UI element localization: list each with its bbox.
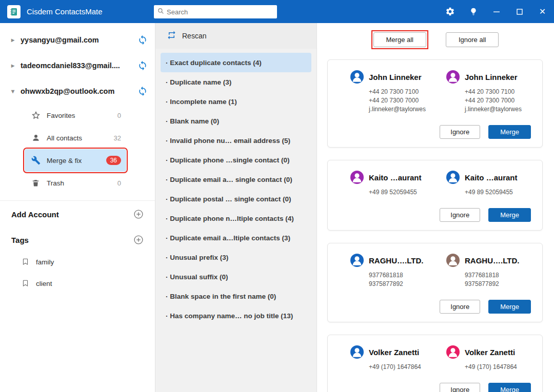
person-details: +49 89 52059455: [369, 188, 435, 197]
sync-icon[interactable]: [137, 60, 148, 71]
person-details: +44 20 7300 7100 +44 20 7300 7000 j.linn…: [369, 88, 435, 114]
category-duplicate-name[interactable]: · Duplicate name (3): [161, 72, 311, 92]
chevron-right-icon[interactable]: ▸: [11, 62, 21, 69]
person-details: +49 (170) 1647864: [465, 363, 531, 372]
category-company-name-no-job-title[interactable]: · Has company name… no job title (13): [161, 306, 311, 325]
close-button[interactable]: ✕: [531, 0, 554, 23]
category-duplicate-postal-single[interactable]: · Duplicate postal … single contact (0): [161, 189, 311, 209]
merge-fix-badge: 36: [106, 156, 121, 165]
tag-item-family[interactable]: family: [0, 251, 155, 273]
app-title: Cisdem ContactsMate: [27, 7, 103, 16]
category-blank-name[interactable]: · Blank name (0): [161, 111, 311, 131]
account-label: ohwwxb2qp@outlook.com: [21, 87, 114, 95]
sync-icon[interactable]: [137, 86, 148, 96]
person-name: RAGHU….LTD.: [465, 256, 519, 265]
ignore-button[interactable]: Ignore: [440, 208, 480, 222]
star-icon: [31, 111, 41, 120]
sidebar-item-trash[interactable]: Trash 0: [25, 172, 126, 194]
person-details: +44 20 7300 7100 +44 20 7300 7000 j.linn…: [465, 88, 531, 114]
merge-button[interactable]: Merge: [488, 300, 531, 314]
avatar: [350, 171, 364, 184]
trash-icon: [31, 178, 41, 188]
sidebar-item-label: All contacts: [47, 134, 82, 142]
duplicate-card: Volker Zanetti +49 (170) 1647864 Volker …: [327, 335, 543, 392]
sidebar-item-favorites[interactable]: Favorites 0: [25, 104, 126, 127]
app-window: Cisdem ContactsMate ✕: [0, 0, 554, 392]
sidebar-item-all-contacts[interactable]: All contacts 32: [25, 127, 126, 149]
category-blank-space-first-name[interactable]: · Blank space in the first name (0): [161, 286, 311, 306]
duplicate-card: Kaito …aurant +49 89 52059455 Kaito …aur…: [327, 160, 543, 231]
account-label: yysangyu@gmail.com: [21, 36, 99, 44]
person-name: Kaito …aurant: [465, 173, 518, 182]
duplicate-card: John Linneker +44 20 7300 7100 +44 20 73…: [327, 59, 543, 148]
contacts-icon: [31, 133, 41, 143]
sidebar-item-merge-fix[interactable]: Merge & fix 36: [25, 149, 126, 172]
bulk-actions: Merge all Ignore all: [327, 30, 543, 49]
search-icon: [157, 7, 164, 16]
ignore-all-button[interactable]: Ignore all: [446, 32, 499, 47]
account-row-tadeomcdaniel[interactable]: ▸ tadeomcdaniel833@gmail....: [0, 53, 155, 78]
app-icon: [7, 5, 21, 18]
sidebar-item-label: Favorites: [47, 112, 75, 119]
settings-gear-icon[interactable]: [439, 0, 462, 23]
item-count: 32: [114, 134, 121, 142]
maximize-button[interactable]: [508, 0, 531, 23]
category-duplicate-phone-multiple[interactable]: · Duplicate phone n…ltiple contacts (4): [161, 209, 311, 228]
search-input[interactable]: [167, 8, 273, 16]
person-name: RAGHU….LTD.: [369, 256, 423, 265]
category-duplicate-email-multiple[interactable]: · Duplicate email a…ltiple contacts (3): [161, 228, 311, 247]
category-unusual-prefix[interactable]: · Unusual prefix (3): [161, 247, 311, 267]
duplicate-card: RAGHU….LTD. 9377681818 9375877892 RAG: [327, 243, 543, 322]
chevron-right-icon[interactable]: ▸: [11, 36, 21, 44]
minimize-button[interactable]: [485, 0, 508, 23]
tag-item-client[interactable]: client: [0, 273, 155, 294]
tag-icon: [22, 279, 30, 287]
category-invalid-phone-email[interactable]: · Invalid phone nu… email address (5): [161, 131, 311, 150]
merge-button[interactable]: Merge: [488, 383, 531, 392]
wrench-icon: [31, 156, 41, 166]
merge-button[interactable]: Merge: [488, 208, 531, 222]
duplicates-panel: Rescan · Exact duplicate contacts (4) · …: [155, 23, 317, 392]
merge-button[interactable]: Merge: [488, 125, 531, 139]
tag-label: family: [36, 258, 54, 266]
search-box[interactable]: [154, 5, 277, 18]
person-name: John Linneker: [465, 73, 518, 81]
chevron-down-icon[interactable]: ▾: [11, 88, 21, 95]
tags-header: Tags: [0, 229, 155, 251]
rescan-button[interactable]: Rescan: [155, 23, 316, 49]
sidebar-item-label: Merge & fix: [47, 157, 82, 164]
annotation-box: Merge all: [371, 30, 428, 49]
ignore-button[interactable]: Ignore: [440, 383, 480, 392]
add-account-button[interactable]: Add Account: [0, 203, 155, 225]
category-incomplete-name[interactable]: · Incomplete name (1): [161, 92, 311, 111]
avatar: [446, 254, 460, 267]
item-count: 0: [117, 112, 121, 119]
merge-all-button[interactable]: Merge all: [373, 32, 426, 47]
sidebar-item-label: Trash: [47, 179, 64, 187]
person-name: Kaito …aurant: [369, 173, 422, 182]
ignore-button[interactable]: Ignore: [440, 300, 480, 314]
person-name: John Linneker: [369, 73, 422, 81]
divider: [0, 200, 155, 201]
category-exact-duplicate-contacts[interactable]: · Exact duplicate contacts (4): [161, 53, 311, 72]
category-duplicate-email-single[interactable]: · Duplicate email a… single contact (0): [161, 170, 311, 189]
person-details: 9377681818 9375877892: [369, 271, 435, 288]
category-list: · Exact duplicate contacts (4) · Duplica…: [155, 49, 316, 329]
rescan-icon: [167, 30, 176, 42]
ignore-button[interactable]: Ignore: [440, 125, 480, 139]
tag-label: client: [36, 280, 52, 287]
tags-label: Tags: [11, 236, 29, 244]
avatar: [350, 254, 364, 267]
category-unusual-suffix[interactable]: · Unusual suffix (0): [161, 267, 311, 286]
account-row-yysangyu[interactable]: ▸ yysangyu@gmail.com: [0, 27, 155, 53]
lightbulb-icon[interactable]: [462, 0, 485, 23]
add-circle-icon[interactable]: [133, 209, 144, 219]
add-tag-icon[interactable]: [133, 235, 144, 245]
sync-icon[interactable]: [137, 35, 148, 45]
titlebar: Cisdem ContactsMate ✕: [0, 0, 554, 23]
avatar: [446, 70, 460, 84]
avatar: [350, 70, 364, 84]
category-duplicate-phone-single[interactable]: · Duplicate phone …single contact (0): [161, 150, 311, 170]
account-row-ohwwxb2qp[interactable]: ▾ ohwwxb2qp@outlook.com: [0, 78, 155, 104]
person-details: +49 89 52059455: [465, 188, 531, 197]
